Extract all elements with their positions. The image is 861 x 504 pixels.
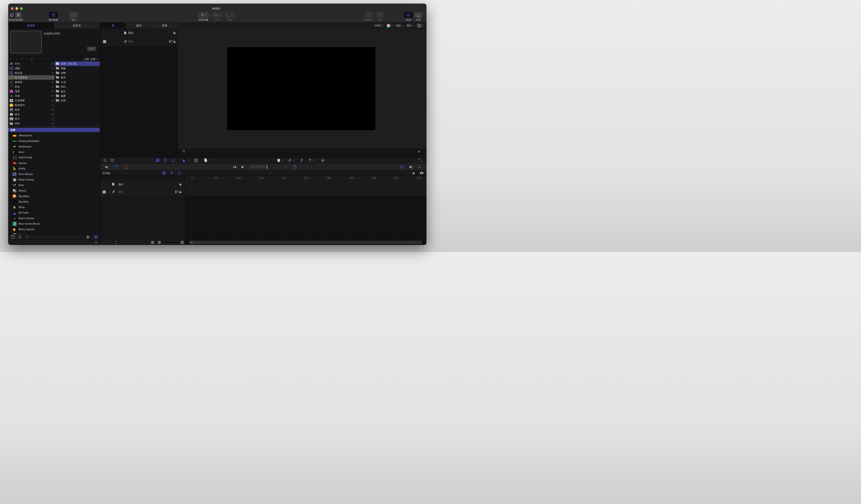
category-row[interactable]: 形状 ▶ [8,84,54,89]
share-button[interactable] [414,12,423,18]
filters-button[interactable] [224,12,235,18]
disclosure-triangle-icon[interactable]: ▶ [52,123,53,124]
library-item-row[interactable]: Bars Weave [8,171,100,177]
library-item-row[interactable]: Big Blast [8,193,100,199]
library-item-row[interactable]: Beans [8,188,100,193]
tab-library[interactable]: 资源库 [8,23,54,28]
disclosure-triangle-icon[interactable]: ▶ [52,90,53,92]
close-window-button[interactable] [11,7,14,10]
library-item-row[interactable]: Bokeh [8,232,100,234]
category-row[interactable]: 滤镜 ▶ [8,66,54,71]
new-folder-icon[interactable] [11,236,14,239]
play-icon[interactable] [242,165,244,168]
show-behaviors-icon[interactable] [164,159,167,162]
timeline-project-row[interactable]: 项目 [100,181,185,188]
show-particles-icon[interactable] [156,159,159,162]
show-behaviors-icon[interactable] [170,171,173,174]
project-layer-row[interactable]: 项目 [100,29,177,37]
category-row[interactable]: 内容 ▶ [8,121,54,126]
library-item-row[interactable]: Analog Modulator [8,138,100,144]
expand-timing-icon[interactable] [419,159,422,162]
sort-stepper-icon[interactable] [31,58,32,61]
show-audio-track-icon[interactable] [409,165,413,168]
disclosure-triangle-icon[interactable]: ▶ [52,118,53,120]
show-keyframes-icon[interactable] [418,165,421,168]
library-item-row[interactable]: Big Rain [8,199,100,204]
library-item-row[interactable]: Bats [8,182,100,188]
chevron-down-icon[interactable] [292,159,294,161]
bezier-tool-icon[interactable] [289,159,291,162]
chevron-down-icon[interactable] [281,159,283,161]
chevron-down-icon[interactable] [209,159,211,161]
render-menu[interactable]: 渲染 [396,24,404,27]
folder-row[interactable]: 动物 [55,71,100,75]
disclosure-triangle-icon[interactable]: ▶ [52,113,53,115]
category-row[interactable]: 发生器 ▶ [8,71,54,75]
view-menu[interactable]: 显示 [407,24,414,27]
category-row[interactable]: 音乐 ▶ [8,112,54,117]
timeline-ruler[interactable]: 161121181241301361421481541601 [185,176,426,181]
zoom-level-control[interactable]: 100% [374,24,383,27]
tab-inspector[interactable]: 检查器 [54,23,100,28]
library-toolbar-button[interactable] [9,12,15,18]
mute-icon[interactable] [105,166,108,168]
disclosure-triangle-icon[interactable]: ▶ [52,86,53,87]
disclosure-triangle-icon[interactable]: ▶ [52,95,53,97]
list-view-icon[interactable] [94,236,97,238]
show-filters-icon[interactable] [178,172,181,175]
group-layer-row[interactable]: 群组 [100,38,177,46]
zoom-in-icon[interactable] [180,241,184,244]
disclosure-triangle-icon[interactable]: ▶ [52,72,53,74]
inspector-toolbar-button[interactable] [15,12,22,18]
library-item-row[interactable]: Afterburner [8,133,100,138]
disclosure-triangle-icon[interactable]: ▶ [52,99,53,101]
library-item-row[interactable]: Black Smoke [8,216,100,221]
folder-row[interactable]: 全部（209 项） [55,62,100,66]
library-item-row[interactable]: Birds [8,204,100,210]
grid-view-icon[interactable] [86,235,90,239]
name-column-header[interactable]: 名称 [8,128,100,132]
channels-control[interactable] [386,24,393,27]
library-item-row[interactable]: Basic Smoke [8,177,100,182]
folder-row[interactable]: 科幻 [55,84,100,89]
go-to-start-icon[interactable] [233,166,236,168]
tab-layers[interactable]: 层 [100,23,126,28]
library-item-row[interactable]: Aurora [8,160,100,166]
activation-checkbox[interactable] [103,40,106,43]
orbit-3d-tool-icon[interactable] [194,159,197,162]
library-item-row[interactable]: Barfly [8,166,100,171]
replicate-button[interactable] [375,12,384,18]
preview-pane-icon[interactable] [26,236,29,238]
timeline-scrollbar[interactable] [185,240,426,244]
timeline-tab-label[interactable]: 时间线 [102,172,110,175]
search-icon[interactable] [18,235,22,239]
folder-row[interactable]: 烟雾 [55,94,100,98]
lock-icon[interactable] [174,41,176,43]
library-item-row[interactable]: Blurry Sparks [8,227,100,232]
tab-media[interactable]: 媒体 [126,23,152,28]
project-pane-button[interactable] [49,12,58,18]
zoom-out-icon[interactable] [151,241,154,244]
make-particles-button[interactable] [364,12,373,18]
import-button[interactable] [69,12,78,18]
layout-stepper-icon[interactable] [422,24,423,27]
folder-row[interactable]: 都市 [55,75,100,80]
forward-button[interactable]: › [16,57,16,61]
category-row[interactable]: 文本风格 ▶ [8,98,54,103]
disclosure-triangle-icon[interactable]: ▶ [52,104,53,106]
zoom-window-button[interactable] [20,7,23,10]
lock-icon[interactable] [174,32,176,34]
layout-control[interactable] [418,24,423,27]
show-particles-icon[interactable] [163,172,166,175]
minimize-window-button[interactable] [15,7,18,10]
timecode-menu-chevron-icon[interactable] [285,165,286,167]
play-range-end-marker[interactable] [418,150,420,153]
category-row[interactable]: 字体 ▶ [8,94,54,98]
disclosure-triangle-icon[interactable]: ▶ [52,109,53,111]
disclosure-triangle-icon[interactable]: ▶ [52,77,53,78]
category-row[interactable]: 行为 ▶ [8,62,54,66]
tab-audio[interactable]: 音频 [152,23,178,28]
back-button[interactable]: ‹ [10,57,11,61]
loop-playback-icon[interactable] [114,165,117,168]
category-row[interactable]: 照片 ▶ [8,117,54,121]
